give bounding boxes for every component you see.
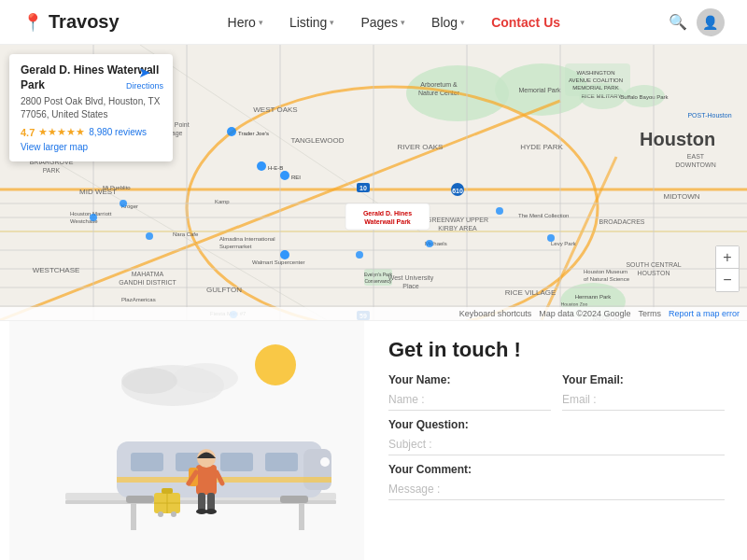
view-larger-map-link[interactable]: View larger map [21,142,162,152]
map-background[interactable]: Arboretum & Nature Center Memorial Park … [0,45,747,320]
svg-text:HYDE PARK: HYDE PARK [520,143,563,151]
svg-point-112 [356,251,363,259]
map-zoom-controls: + − [715,245,740,292]
svg-point-151 [158,511,163,517]
svg-text:Almadina International: Almadina International [219,236,275,242]
svg-text:GANDHI DISTRICT: GANDHI DISTRICT [119,279,176,286]
map-terms[interactable]: Terms [638,309,661,318]
svg-text:AVENUE COALITION: AVENUE COALITION [569,77,623,83]
header-actions: 🔍 👤 [669,8,725,36]
svg-point-109 [90,214,97,221]
svg-text:EAST: EAST [687,153,705,160]
question-group: Your Question: [388,418,725,455]
map-popup: Gerald D. Hines Waterwall Park 2800 Post… [9,54,173,161]
svg-text:MAHATMA: MAHATMA [132,271,164,277]
svg-text:Kamp: Kamp [215,199,230,204]
nav-hero[interactable]: Hero ▾ [228,15,263,30]
header: 📍 Travosy Hero ▾ Listing ▾ Pages ▾ Blog … [0,0,747,45]
svg-point-114 [496,207,503,215]
map-data-credit: Map data ©2024 Google [539,309,630,318]
svg-point-101 [280,171,289,180]
svg-text:West University: West University [388,274,434,282]
name-email-row: Your Name: Your Email: [388,373,725,411]
svg-point-152 [171,511,176,517]
search-icon[interactable]: 🔍 [669,13,687,31]
form-title: Get in touch ! [388,338,725,362]
email-input[interactable] [562,389,725,411]
svg-rect-136 [280,496,308,503]
svg-text:HOUSTON: HOUSTON [638,270,670,276]
illustration-section [0,321,374,560]
bottom-section: Get in touch ! Your Name: Your Email: Yo… [0,320,747,560]
svg-text:WESTCHASE: WESTCHASE [33,266,80,274]
logo-text: Travosy [49,11,120,33]
svg-text:Arboretum &: Arboretum & [420,81,458,88]
svg-text:Walmart Supercenter: Walmart Supercenter [252,259,304,265]
svg-text:RIVER OAKS: RIVER OAKS [398,143,444,151]
svg-rect-132 [220,453,253,471]
listing-arrow-icon: ▾ [330,18,334,27]
svg-text:KIRBY AREA: KIRBY AREA [438,225,477,231]
svg-text:POST-Houston: POST-Houston [687,112,731,119]
svg-text:Nara Cafe: Nara Cafe [173,231,199,237]
svg-text:WASHINGTON: WASHINGTON [576,70,614,76]
svg-text:PlazAmericas: PlazAmericas [121,297,156,302]
keyboard-shortcuts[interactable]: Keyboard shortcuts [459,309,532,318]
svg-rect-138 [196,465,217,495]
svg-text:MEMORIAL PARK: MEMORIAL PARK [572,85,618,91]
main-nav: Hero ▾ Listing ▾ Pages ▾ Blog ▾ Contact … [228,15,560,30]
svg-point-122 [173,363,238,393]
directions-button[interactable]: ➤ Directions [126,63,163,91]
report-map-error[interactable]: Report a map error [669,309,740,318]
comment-group: Your Comment: [388,463,725,500]
svg-text:Supermarket: Supermarket [219,244,252,249]
zoom-out-button[interactable]: − [716,269,739,291]
svg-point-111 [146,232,153,240]
svg-point-120 [255,344,296,385]
svg-rect-150 [162,488,173,494]
svg-rect-134 [117,477,331,483]
email-group: Your Email: [562,373,725,411]
svg-point-143 [205,509,217,514]
popup-reviews: 8,980 reviews [89,127,147,137]
name-input[interactable] [388,389,551,411]
svg-text:Buffalo Bayou Park: Buffalo Bayou Park [620,94,669,100]
nav-contact[interactable]: Contact Us [491,15,560,30]
avatar[interactable]: 👤 [697,8,725,36]
svg-text:Place: Place [402,283,419,289]
svg-text:Houston: Houston [640,129,715,149]
name-group: Your Name: [388,373,551,411]
name-label: Your Name: [388,373,551,386]
contact-form-section: Get in touch ! Your Name: Your Email: Yo… [374,321,747,560]
question-row: Your Question: [388,418,725,455]
svg-rect-130 [131,453,163,471]
nav-pages[interactable]: Pages ▾ [360,15,405,30]
svg-text:Levy Park: Levy Park [551,241,577,246]
directions-icon: ➤ [138,63,150,81]
popup-rating-row: 4.7 ★★★★★ 8,980 reviews [21,126,162,138]
logo-icon: 📍 [22,12,43,33]
popup-rating-number: 4.7 [21,127,35,138]
svg-text:WEST OAKS: WEST OAKS [253,105,297,114]
svg-text:610: 610 [452,188,463,194]
svg-text:REI: REI [291,175,301,180]
svg-rect-119 [9,321,364,560]
email-label: Your Email: [562,373,725,386]
comment-label: Your Comment: [388,463,725,476]
nav-blog[interactable]: Blog ▾ [431,15,465,30]
logo[interactable]: 📍 Travosy [22,11,120,33]
svg-text:Hermann Park: Hermann Park [575,294,613,300]
svg-text:MIDTOWN: MIDTOWN [664,192,700,201]
svg-rect-105 [345,203,430,230]
svg-text:of Natural Science: of Natural Science [584,276,630,282]
zoom-in-button[interactable]: + [716,246,739,269]
svg-text:Houston Museum: Houston Museum [584,269,627,274]
subject-input[interactable] [388,434,725,455]
message-input[interactable] [388,479,725,500]
svg-text:Memorial Park: Memorial Park [518,87,561,93]
nav-listing[interactable]: Listing ▾ [289,15,334,30]
svg-text:PARK: PARK [43,167,61,174]
svg-text:The Menil Collection: The Menil Collection [518,213,569,218]
map-section: Arboretum & Nature Center Memorial Park … [0,45,747,320]
svg-rect-129 [303,449,331,490]
